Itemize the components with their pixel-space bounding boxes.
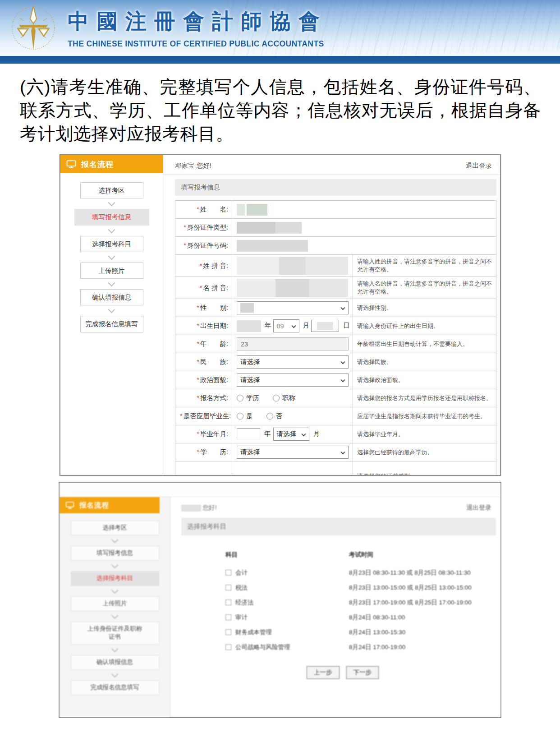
birth-day-input[interactable]: [311, 320, 339, 332]
prev-step-button[interactable]: 上一步: [307, 666, 340, 679]
grad-date-hint: 请选择毕业年月。: [353, 425, 496, 443]
radio-icon[interactable]: [237, 413, 243, 420]
form-row-grad-date: *毕业年月: 年请选择 月 请选择毕业年月。: [175, 425, 496, 443]
welcome-text: 您好!: [181, 504, 217, 512]
form-row-education: *学 历: 请选择 选择您已经获得的最高学历。: [175, 443, 496, 461]
name-label: 姓 名:: [200, 206, 228, 213]
chevron-down-icon: [111, 646, 119, 653]
ethnic-select[interactable]: 请选择: [237, 355, 349, 369]
instruction-paragraph: (六)请考生准确、完整填写个人信息，包括姓名、身份证件号码、联系方式、学历、工作…: [20, 75, 541, 146]
age-label: 年 龄:: [200, 340, 228, 347]
step-confirm-info[interactable]: 确认填报信息: [80, 289, 143, 305]
step-confirm-info[interactable]: 确认填报信息: [71, 655, 159, 670]
education-select[interactable]: 请选择: [237, 446, 349, 459]
redacted-birth-year: [237, 320, 261, 332]
chevron-down-icon: [108, 199, 115, 207]
grad-year-input[interactable]: [237, 428, 260, 440]
education-hint: 选择您已经获得的最高学历。: [353, 443, 496, 461]
fresh-grad-hint: 应届毕业生是指报名期间未获得毕业证书的考生。: [353, 407, 496, 425]
time-column-header: 考试时间: [349, 551, 373, 559]
step-select-exam-area[interactable]: 选择考区: [71, 521, 159, 535]
birth-label: 出生日期:: [200, 322, 228, 329]
redacted-name-value: [247, 204, 267, 216]
fresh-grad-option-no[interactable]: 否: [266, 412, 283, 420]
form-row-reg-method: *报名方式: 学历 职称 请选择您的报名方式是用学历报名还是用职称报名。: [175, 389, 496, 407]
form-row-surname-pinyin: *姓 拼 音: 请输入姓的拼音，请注意多音字的拼音，拼音之间不允许有空格。: [175, 255, 496, 277]
logout-link[interactable]: 退出登录: [466, 504, 491, 512]
step-select-subjects[interactable]: 选择报考科目: [80, 236, 143, 252]
subject-checkbox[interactable]: [225, 599, 231, 605]
form-row-ethnic: *民 族: 请选择 请选择民族。: [175, 353, 496, 371]
given-pinyin-hint: 请输入名的拼音，请注意多音字的拼音，拼音之间不允许有空格。: [353, 277, 496, 299]
chevron-down-icon: [111, 562, 119, 569]
political-hint: 请选择政治面貌。: [353, 371, 496, 389]
given-pinyin-label: 名 拼 音:: [203, 284, 228, 291]
subject-checkbox[interactable]: [225, 644, 231, 650]
gender-select[interactable]: [237, 301, 349, 314]
ethnic-label: 民 族:: [200, 358, 228, 365]
radio-icon[interactable]: [273, 395, 280, 401]
next-step-button[interactable]: 下一步: [346, 666, 379, 679]
grad-month-select[interactable]: 请选择: [273, 428, 309, 441]
step-select-exam-area[interactable]: 选择考区: [80, 182, 143, 198]
birth-hint: 请输入身份证件上的出生日期。: [353, 317, 496, 335]
redacted-gender-value: [240, 303, 254, 313]
subject-row-strategy-risk: 公司战略与风险管理 8月24日 17:00-19:00: [225, 640, 500, 655]
subject-row-audit: 审计 8月24日 08:30-11:00: [225, 610, 500, 625]
screenshot-select-subjects: 报名流程 选择考区 填写报考信息 选择报考科目 上传照片 上传身份证件及职称证书…: [59, 482, 501, 718]
chevron-down-icon: [111, 536, 119, 544]
subject-checkbox[interactable]: [225, 629, 231, 635]
section-title: 填写报考信息: [175, 179, 496, 196]
reg-method-option-title[interactable]: 职称: [273, 394, 295, 402]
chevron-down-icon: [111, 612, 119, 619]
step-upload-id-cert[interactable]: 上传身份证件及职称证书: [71, 622, 159, 645]
redacted-id-type-value: [275, 222, 302, 234]
subject-checkbox[interactable]: [225, 570, 231, 576]
form-row-id-number: *身份证件号码:: [175, 237, 496, 255]
step-upload-photo[interactable]: 上传照片: [71, 596, 159, 611]
education-label: 学 历:: [200, 448, 228, 456]
id-type-label: 身份证件类型:: [187, 224, 228, 231]
site-title-en: THE CHINESE INSTITUTE OF CERTIFIED PUBLI…: [68, 39, 327, 49]
chevron-down-icon: [111, 671, 119, 678]
birth-month-select[interactable]: 09: [273, 319, 299, 332]
step-finish[interactable]: 完成报名信息填写: [71, 680, 159, 695]
reg-method-hint: 请选择您的报名方式是用学历报名还是用职称报名。: [353, 389, 496, 407]
step-fill-info-active[interactable]: 填写报考信息: [74, 209, 149, 225]
fresh-grad-label: 是否应届毕业生:: [184, 412, 231, 420]
cert-type-hint: 请选择您的证书类型。 持国（境）外学历的报名人员（含港澳台居民居住证持有人）请选…: [353, 461, 496, 476]
redacted-id-type-value: [237, 222, 275, 234]
year-suffix: 年: [264, 430, 271, 437]
step-finish[interactable]: 完成报名信息填写: [80, 316, 143, 332]
chevron-down-icon: [108, 280, 115, 287]
site-header: 中國注冊會計師協會 THE CHINESE INSTITUTE OF CERTI…: [0, 0, 560, 56]
age-hint: 年龄根据出生日期自动计算，不需要输入。: [353, 335, 496, 353]
monitor-icon: [66, 160, 76, 168]
subject-checkbox[interactable]: [225, 585, 231, 590]
form-row-birth-date: *出生日期: 年09 月 日 请输入身份证件上的出生日期。: [175, 317, 496, 335]
process-sidebar-header: 报名流程: [60, 497, 160, 513]
reg-method-label: 报名方式:: [200, 394, 228, 401]
fresh-grad-option-yes[interactable]: 是: [237, 412, 253, 420]
subject-row-economic-law: 经济法 8月23日 17:00-19:00 或 8月25日 17:00-19:0…: [225, 595, 500, 610]
reg-method-option-education[interactable]: 学历: [237, 394, 259, 402]
process-sidebar-title: 报名流程: [81, 159, 114, 170]
section-title: 选择报考科目: [181, 518, 496, 535]
step-upload-photo[interactable]: 上传照片: [80, 263, 143, 279]
header-divider-bar: [0, 56, 560, 64]
process-sidebar: 报名流程 选择考区 填写报考信息 选择报考科目 上传照片 上传身份证件及职称证书…: [60, 497, 170, 717]
logout-link[interactable]: 退出登录: [466, 161, 492, 170]
step-fill-info[interactable]: 填写报考信息: [71, 546, 159, 561]
form-row-given-pinyin: *名 拼 音: 请输入名的拼音，请注意多音字的拼音，拼音之间不允许有空格。: [175, 277, 496, 299]
age-input-disabled: 23: [237, 337, 349, 350]
radio-icon[interactable]: [237, 395, 243, 401]
chevron-down-icon: [341, 378, 345, 383]
process-sidebar-header: 报名流程: [60, 155, 163, 173]
subject-row-accounting: 会计 8月23日 08:30-11:30 或 8月25日 08:30-11:30: [225, 565, 500, 580]
step-select-subjects-active[interactable]: 选择报考科目: [71, 571, 159, 586]
radio-icon[interactable]: [266, 413, 273, 420]
id-number-label: 身份证件号码:: [187, 242, 228, 249]
chevron-down-icon: [111, 586, 119, 594]
political-select[interactable]: 请选择: [237, 374, 349, 387]
subject-checkbox[interactable]: [225, 614, 231, 620]
